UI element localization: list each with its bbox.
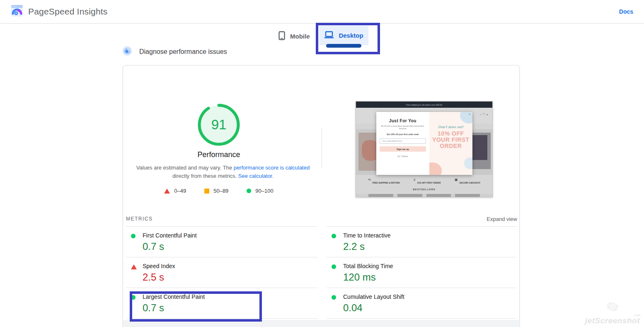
metric-cumulative-layout-shift: Cumulative Layout Shift 0.04 (327, 288, 516, 319)
thumb-popup-promo: Don't miss out! 10% OFF YOUR FIRST ORDER (429, 112, 472, 175)
thumb-feature-title: FREE SHIPPING & RETURN (373, 182, 400, 184)
watermark-suffix: com (634, 314, 641, 317)
metric-value: 120 ms (343, 271, 516, 283)
pagespeed-logo-icon (11, 5, 23, 19)
thumb-popup-close-icon: ✕ (468, 113, 471, 116)
mobile-phone-icon (278, 31, 285, 41)
thumb-feature-discount: £ 10% OFF FIRST ORDER (414, 178, 441, 185)
metric-time-to-interactive: Time to Interactive 2.2 s (327, 227, 516, 257)
performance-score-calculated-link[interactable]: performance score is calculated (234, 165, 310, 171)
tab-desktop[interactable]: Desktop (319, 26, 368, 45)
thumb-feature-title: 10% OFF FIRST ORDER (417, 182, 441, 184)
thumb-promo-offer: 10% OFF YOUR FIRST ORDER (429, 131, 472, 149)
metric-largest-contentful-paint: Largest Contentful Paint 0.7 s (126, 288, 317, 319)
metric-value: 2.2 s (343, 241, 516, 252)
score-desc-text2: directly from these metrics. (172, 173, 238, 179)
metric-value: 0.04 (343, 302, 516, 314)
metric-label: Speed Index (143, 263, 317, 269)
metrics-section-label: METRICS (126, 216, 153, 222)
gauge-icon (123, 46, 132, 57)
thumb-email-input: Your email address here (380, 138, 426, 144)
thumb-popup-subtitle: Be the first to know about special offer… (380, 125, 426, 130)
tab-mobile[interactable]: Mobile (278, 31, 310, 41)
report-card: 91 Performance Values are estimated and … (123, 65, 520, 327)
thumb-announcement-bar: Free shipping on all orders over £35.00 (356, 102, 492, 108)
red-triangle-icon (164, 189, 170, 194)
vertical-divider (322, 128, 322, 168)
legend-item-average: 50–89 (204, 188, 228, 194)
thumb-promo-line2: YOUR FIRST (429, 137, 472, 143)
metric-label: Total Blocking Time (343, 263, 516, 269)
see-calculator-link[interactable]: See calculator (238, 173, 272, 179)
score-desc-text1: Values are estimated and may vary. The (136, 165, 234, 171)
cart-icon: ▣ (455, 178, 458, 182)
legend-item-poor: 0–49 (164, 188, 186, 194)
legend-range-poor: 0–49 (174, 188, 186, 194)
thumb-dismiss-link: No, Thanks (380, 155, 426, 157)
thumb-promo-script: Don't miss out! (429, 125, 472, 129)
green-circle-icon (332, 264, 336, 269)
diagnose-section-header: Diagnose performance issues (123, 46, 227, 57)
thumb-bestsellers-label: BESTSELLERS (356, 188, 492, 194)
metric-total-blocking-time: Total Blocking Time 120 ms (327, 257, 516, 288)
red-triangle-icon (131, 264, 137, 269)
metric-label: First Contentful Paint (143, 232, 317, 239)
thumb-page-body: Just For You Be the first to know about … (356, 129, 492, 175)
green-circle-icon (332, 295, 336, 300)
watermark-name: jetScreenshot (585, 316, 640, 325)
thumb-feature-checkout: ▣ SECURE CHECKOUT (455, 178, 480, 185)
performance-score-gauge[interactable]: 91 (196, 102, 242, 148)
thumb-newsletter-popup: Just For You Be the first to know about … (376, 112, 472, 175)
metric-first-contentful-paint: First Contentful Paint 0.7 s (126, 227, 317, 257)
tab-desktop-label: Desktop (339, 32, 363, 39)
thumb-promo-blob (429, 162, 442, 175)
legend-range-average: 50–89 (213, 188, 228, 194)
thumb-feature-shipping: ⟲ FREE SHIPPING & RETURN (368, 178, 400, 185)
page-title: PageSpeed Insights (28, 7, 108, 17)
score-legend: 0–49 50–89 90–100 (123, 188, 315, 194)
metric-label: Cumulative Layout Shift (343, 293, 516, 300)
metric-label: Time to Interactive (343, 232, 516, 239)
metrics-column-right: Time to Interactive 2.2 s Total Blocking… (327, 226, 516, 319)
truck-icon: ⟲ (368, 178, 371, 182)
green-circle-icon (332, 234, 336, 238)
tab-mobile-label: Mobile (290, 33, 310, 40)
metric-value: 0.7 s (143, 241, 317, 252)
tab-desktop-active-indicator (326, 44, 361, 48)
thumb-promo-blob (464, 157, 472, 169)
legend-item-good: 90–100 (247, 188, 273, 194)
metrics-column-left: First Contentful Paint 0.7 s Speed Index… (126, 226, 317, 319)
metric-speed-index: Speed Index 2.5 s (126, 257, 317, 288)
app-logo: PageSpeed Insights (11, 5, 108, 19)
score-description: Values are estimated and may vary. The p… (132, 164, 314, 180)
orange-square-icon (204, 189, 209, 194)
metric-label: Largest Contentful Paint (143, 293, 317, 300)
legend-range-good: 90–100 (255, 188, 273, 194)
thumb-popup-title: Just For You (380, 119, 426, 123)
score-desc-text3: . (272, 173, 274, 179)
green-circle-icon (131, 295, 136, 300)
next-section-strip (123, 320, 519, 327)
page-screenshot-thumbnail[interactable]: Free shipping on all orders over £35.00 … (356, 101, 493, 197)
jetscreenshot-logo-icon (604, 300, 621, 315)
expand-view-link[interactable]: Expand view (487, 216, 517, 222)
thumb-features-row: ⟲ FREE SHIPPING & RETURN £ 10% OFF FIRST… (356, 175, 492, 188)
green-circle-icon (131, 234, 136, 238)
performance-label: Performance (123, 150, 315, 159)
thumb-popup-form: Just For You Be the first to know about … (376, 112, 429, 175)
metric-value: 0.7 s (143, 302, 317, 314)
watermark: jetScreenshot com (585, 300, 640, 325)
pound-icon: £ (414, 178, 415, 182)
thumb-product-grid (356, 194, 492, 197)
thumb-promo-line3: ORDER (429, 143, 472, 149)
app-header: PageSpeed Insights Docs (0, 0, 644, 24)
thumb-feature-title: SECURE CHECKOUT (460, 182, 481, 184)
desktop-laptop-icon (324, 31, 334, 40)
docs-link[interactable]: Docs (619, 8, 633, 15)
metric-value: 2.5 s (143, 271, 317, 283)
thumb-header-icons: ▫♡▪ (480, 113, 489, 116)
green-circle-icon (247, 189, 251, 193)
thumb-signup-button: Sign me up (380, 146, 426, 152)
diagnose-label: Diagnose performance issues (139, 48, 227, 56)
thumb-popup-cta-text: Get 10% off your first order now! (380, 133, 426, 136)
